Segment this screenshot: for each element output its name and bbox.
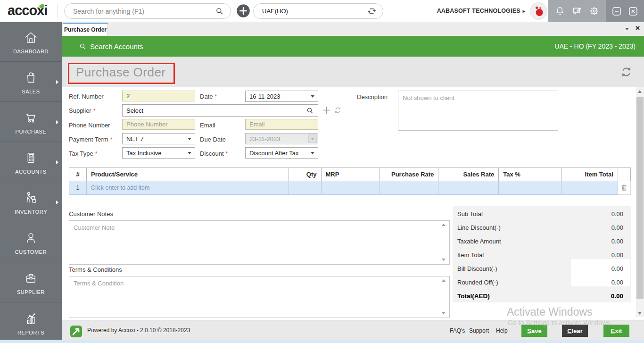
help-link[interactable]: Help [496,327,508,334]
accoxi-app-window: { "topbar": { "logo_text": "accoxi", "se… [0,0,644,343]
add-new-button[interactable] [236,4,250,18]
description-textarea[interactable] [398,91,558,131]
summary-row-rounded-off: Rounded Off(-)0.00 [453,276,631,288]
phone-number-input[interactable] [122,119,195,130]
add-supplier-icon[interactable] [322,106,331,115]
support-link[interactable]: Support [469,327,489,334]
summary-row-total: Total(AED)0.00 [453,290,631,301]
scroll-down-icon[interactable] [442,259,446,261]
chevron-down-icon [188,152,191,154]
page-title: Purchase Order [76,65,166,79]
vertical-scrollbar[interactable] [636,87,644,317]
ref-number-label: Ref. Number [69,93,104,100]
scrollbar-thumb[interactable] [636,97,644,299]
exit-button[interactable]: Exit [603,325,629,337]
notifications-bell-icon[interactable] [554,6,565,17]
global-search-input[interactable] [65,8,215,15]
tax-type-select[interactable]: Tax Inclusive [122,147,195,159]
ref-number-input[interactable] [122,91,195,101]
tab-purchase-order[interactable]: Purchase Order [63,23,108,36]
chevron-down-icon [311,152,314,154]
col-purchase-rate: Purchase Rate [380,168,438,181]
settings-gear-icon[interactable] [589,6,600,17]
item-row-1: 1 Click enter to add item [69,181,631,195]
bill-discount-input[interactable]: 0.00 [611,265,623,272]
sidebar-item-accounts[interactable]: ACCOUNTS [0,142,62,182]
refresh-supplier-icon[interactable] [334,106,342,114]
rounded-off-input[interactable]: 0.00 [611,279,623,286]
totals-summary-panel: Sub Total0.00 Line Discount(-)0.00 Taxab… [453,206,631,302]
discount-select[interactable]: Discount After Tax [245,147,318,159]
scrollbar-up-button[interactable] [636,87,644,95]
customer-notes-label: Customer Notes [69,210,113,218]
supplier-value: Select [126,107,143,114]
due-date-select-disabled: 23-11-2023 [245,133,318,144]
sidebar-item-inventory[interactable]: INVENTORY [0,183,62,222]
sidebar-item-label: SUPPLIER [17,289,45,295]
summary-row-item-total: Item Total0.00 [453,249,631,260]
sidebar-item-supplier[interactable]: SUPPLIER [0,263,62,302]
switch-organization-icon[interactable] [367,6,377,16]
faqs-link[interactable]: FAQ's [450,327,465,334]
discount-value: Discount After Tax [249,150,299,157]
sidebar-item-customer[interactable]: CUSTOMER [0,223,62,262]
avatar[interactable] [530,2,547,20]
scroll-up-icon[interactable] [442,224,446,226]
sidebar-item-label: ACCOUNTS [15,169,47,175]
date-select[interactable]: 16-11-2023 [245,91,318,102]
close-window-icon[interactable] [627,6,639,17]
scroll-down-icon[interactable] [442,312,446,314]
fiscal-year-label: UAE - HO (FY 2023 - 2023) [554,42,636,50]
organization-selector[interactable]: UAE(HO) [253,3,383,19]
item-total-cell[interactable] [561,181,618,195]
due-date-label: Due Date [200,136,226,143]
items-table-header: # Product/Service Qty MRP Purchase Rate … [69,168,631,181]
purchase-rate-cell[interactable] [380,181,438,195]
customer-notes-textarea[interactable] [69,220,450,265]
email-input[interactable] [245,119,318,130]
tab-close-icon[interactable]: ✕ [635,25,640,32]
sidebar-item-label: REPORTS [17,330,44,335]
sidebar-item-label: CUSTOMER [15,249,47,255]
terms-textarea[interactable] [69,276,450,318]
minimize-window-icon[interactable] [611,6,622,17]
save-button[interactable]: Save [521,325,547,337]
supplier-select[interactable]: Select [122,104,318,117]
sidebar-item-purchase[interactable]: PURCHASE [0,102,62,142]
refresh-page-icon[interactable] [620,66,633,78]
sidebar-item-dashboard[interactable]: DASHBOARD [0,22,62,62]
payment-term-select[interactable]: NET 7 [122,133,195,144]
messages-icon[interactable] [572,6,583,17]
col-sales-rate: Sales Rate [438,168,499,181]
search-accounts-button[interactable]: Search Accounts [79,42,143,50]
company-menu[interactable]: AABASOFT TECHNOLOGIES▸ [437,8,525,14]
delete-row-trash-icon[interactable] [618,181,630,195]
mrp-cell[interactable] [321,181,380,195]
sidebar-item-reports[interactable]: REPORTS [0,303,62,343]
col-qty: Qty [289,168,321,181]
organization-name: UAE(HO) [262,8,288,15]
scroll-up-icon[interactable] [442,279,446,282]
col-tax-percent: Tax % [499,168,561,181]
purchase-order-form: Ref. Number Date* 16-11-2023 Supplier* S… [62,87,636,320]
sales-rate-cell[interactable] [438,181,499,195]
top-bar: accoxi UAE(HO) AABASOFT TECHNOLOGIES▸ [0,0,644,22]
chevron-right-icon: ▸ [523,8,525,14]
clear-button[interactable]: Clear [562,325,588,337]
tax-type-label: Tax Type* [69,150,97,157]
scrollbar-down-button[interactable] [636,309,644,317]
bar-chart-icon [23,311,39,326]
sidebar-item-sales[interactable]: SALES [0,62,62,102]
supplier-search-icon[interactable] [306,107,314,115]
summary-row-taxable-amount: Taxable Amount0.00 [453,235,631,247]
qty-cell[interactable] [289,181,321,195]
search-icon[interactable] [215,7,224,16]
email-label: Email [200,122,215,129]
customer-person-icon [23,230,39,246]
tax-cell[interactable] [499,181,561,195]
col-num: # [69,168,87,181]
date-label: Date* [200,93,217,100]
add-item-cell[interactable]: Click enter to add item [86,181,289,195]
tab-list-chevron-down-icon[interactable] [625,28,629,30]
notification-tray [548,0,606,22]
